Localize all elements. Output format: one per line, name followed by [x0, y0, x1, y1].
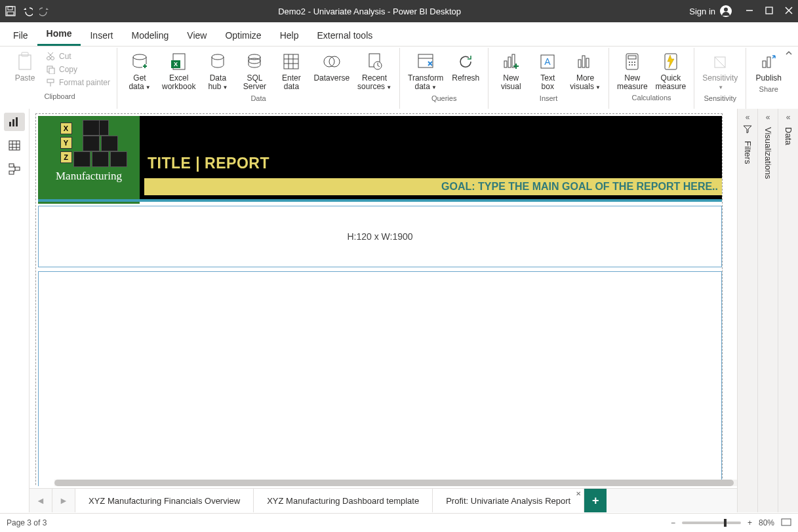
zoom-slider[interactable] [682, 522, 741, 524]
divider-bar [38, 199, 722, 202]
tab-insert[interactable]: Insert [81, 25, 122, 46]
excel-workbook-button[interactable]: XExcel workbook [158, 48, 199, 92]
table-view-button[interactable] [4, 136, 25, 155]
chevron-left-icon: « [746, 113, 750, 122]
tab-file[interactable]: File [4, 25, 37, 46]
get-data-button[interactable]: Get data▼ [121, 48, 158, 93]
save-icon[interactable] [5, 6, 16, 16]
page-tab-1[interactable]: XYZ Manufacturing Financials Overview [75, 489, 254, 512]
placeholder-1[interactable]: H:120 x W:1900 [38, 206, 722, 267]
svg-line-14 [49, 52, 53, 57]
svg-rect-62 [16, 117, 18, 126]
svg-rect-69 [15, 167, 20, 170]
transform-data-button[interactable]: Transform data▼ [404, 48, 447, 93]
goal-bar: GOAL: TYPE THE MAIN GOAL OF THE REPORT H… [144, 178, 722, 195]
svg-rect-16 [49, 68, 54, 74]
svg-rect-60 [9, 122, 11, 126]
next-page-button[interactable]: ► [52, 489, 75, 512]
svg-point-26 [249, 58, 260, 64]
visualizations-pane-toggle[interactable]: « Visualizations [757, 109, 778, 512]
svg-point-55 [634, 64, 635, 66]
svg-point-51 [631, 62, 633, 63]
svg-rect-58 [763, 61, 766, 67]
chevron-left-icon: « [766, 113, 770, 122]
model-view-button[interactable] [4, 160, 25, 178]
tab-external-tools[interactable]: External tools [308, 25, 382, 46]
publish-button[interactable]: Publish [750, 48, 787, 84]
svg-rect-38 [418, 54, 433, 67]
svg-point-54 [631, 64, 633, 66]
svg-rect-73 [782, 519, 791, 525]
data-pane-toggle[interactable]: « Data [778, 109, 798, 512]
tab-help[interactable]: Help [271, 25, 308, 46]
zoom-out-button[interactable]: − [671, 518, 675, 527]
svg-rect-41 [508, 57, 511, 67]
svg-rect-45 [578, 60, 581, 67]
redo-icon[interactable] [39, 6, 50, 16]
undo-icon[interactable] [22, 6, 33, 16]
minimize-icon[interactable] [746, 7, 753, 16]
svg-point-12 [51, 57, 54, 60]
tab-view[interactable]: View [178, 25, 216, 46]
group-data-label: Data [250, 93, 266, 104]
dataverse-button[interactable]: Dataverse [309, 48, 353, 84]
horizontal-scrollbar[interactable] [54, 480, 737, 486]
svg-rect-47 [586, 58, 589, 67]
copy-button[interactable]: Copy [43, 64, 113, 75]
tab-modeling[interactable]: Modeling [122, 25, 178, 46]
page-tab-2[interactable]: XYZ Manufacturing Dashboard template [254, 489, 433, 512]
zoom-level: 80% [759, 518, 774, 527]
add-page-button[interactable]: + [584, 489, 607, 512]
recent-sources-button[interactable]: Recent sources▼ [353, 48, 395, 93]
report-title: TITLE | REPORT [148, 155, 269, 172]
placeholder-2[interactable]: H:776 x W:1560 [38, 271, 722, 486]
collapse-ribbon-icon[interactable] [785, 49, 793, 59]
paste-button[interactable]: Paste [7, 48, 43, 84]
tab-home[interactable]: Home [37, 23, 81, 46]
new-visual-button[interactable]: New visual [492, 48, 529, 92]
report-canvas[interactable]: X Y Z Manufacturing TITLE | REPORT GOAL:… [36, 114, 722, 486]
close-icon[interactable] [785, 7, 793, 16]
svg-text:X: X [174, 61, 178, 67]
svg-text:A: A [545, 56, 551, 67]
group-queries-label: Queries [431, 93, 457, 104]
new-measure-button[interactable]: New measure [613, 48, 652, 92]
sql-server-button[interactable]: SQL Server [236, 48, 273, 92]
svg-rect-46 [582, 56, 585, 67]
data-hub-button[interactable]: Data hub▼ [199, 48, 236, 93]
logo-text: Manufacturing [56, 170, 122, 183]
page-indicator: Page 3 of 3 [7, 518, 47, 527]
prev-page-button[interactable]: ◄ [30, 489, 52, 512]
svg-rect-1 [8, 7, 12, 10]
svg-rect-63 [9, 141, 20, 150]
svg-point-24 [212, 54, 224, 60]
zoom-in-button[interactable]: + [748, 518, 752, 527]
sign-in-button[interactable]: Sign in [689, 5, 732, 18]
tab-optimize[interactable]: Optimize [216, 25, 270, 46]
format-painter-button[interactable]: Format painter [43, 77, 113, 88]
cut-button[interactable]: Cut [43, 50, 113, 62]
svg-point-19 [133, 54, 146, 60]
sensitivity-button[interactable]: Sensitivity▼ [698, 48, 742, 93]
svg-rect-6 [766, 7, 772, 14]
refresh-button[interactable]: Refresh [447, 48, 484, 84]
maximize-icon[interactable] [765, 7, 773, 16]
svg-rect-27 [284, 54, 298, 69]
group-clipboard-label: Clipboard [44, 91, 75, 102]
group-sensitivity-label: Sensitivity [704, 93, 737, 104]
filters-pane-toggle[interactable]: « Filters [737, 109, 757, 512]
svg-rect-10 [22, 52, 28, 56]
quick-measure-button[interactable]: Quick measure [652, 48, 690, 92]
sign-in-label: Sign in [689, 7, 715, 16]
svg-line-13 [48, 52, 52, 57]
enter-data-button[interactable]: Enter data [273, 48, 309, 92]
fit-to-page-button[interactable] [781, 518, 791, 528]
close-tab-icon[interactable]: ✕ [576, 490, 581, 497]
filter-icon [743, 124, 752, 136]
svg-point-52 [634, 62, 635, 63]
report-view-button[interactable] [4, 113, 25, 131]
text-box-button[interactable]: AText box [529, 48, 566, 92]
more-visuals-button[interactable]: More visuals▼ [566, 48, 605, 93]
svg-rect-70 [9, 171, 14, 174]
page-tab-3[interactable]: Profit: Univariate Analysis Report✕ [433, 489, 584, 512]
